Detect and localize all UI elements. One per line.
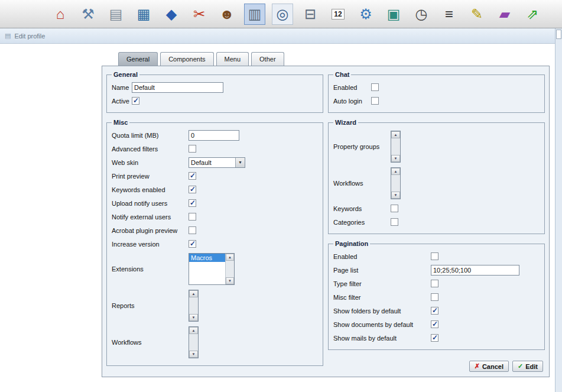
scroll-up-icon[interactable]: ▲ — [226, 254, 234, 261]
wizard-workflows-row: Workflows ▲ ▼ — [333, 165, 540, 202]
extensions-listbox[interactable]: Macros ▲ ▼ — [189, 253, 235, 285]
tools-icon[interactable]: ⚒ — [77, 4, 99, 25]
upload-notify-label: Upload notify users — [112, 200, 189, 207]
show-mails-checkbox[interactable] — [431, 334, 438, 342]
show-documents-label: Show documents by default — [333, 321, 431, 328]
settings-icon[interactable]: ⚙ — [355, 4, 376, 25]
toolbar: ⌂⚒▤▦◆✂☻▥◎⊟12⚙▣◷≡✎▰⇗ — [0, 0, 562, 28]
breadcrumb: ▤ Edit profile — [0, 28, 562, 44]
print-preview-checkbox[interactable] — [189, 172, 196, 180]
scroll-track[interactable] — [189, 334, 198, 351]
tab-components[interactable]: Components — [160, 52, 213, 66]
tab-menu[interactable]: Menu — [216, 52, 249, 66]
signature-pen-glyph: ✎ — [471, 7, 483, 21]
scroll-down-icon[interactable]: ▼ — [391, 155, 400, 162]
categories-row: Categories — [333, 215, 540, 229]
scroll-track[interactable] — [226, 261, 234, 277]
name-input[interactable] — [132, 82, 223, 93]
scroll-down-icon[interactable]: ▼ — [189, 351, 198, 358]
active-checkbox[interactable] — [132, 97, 139, 105]
tab-general[interactable]: General — [118, 52, 158, 66]
show-documents-checkbox[interactable] — [431, 320, 438, 328]
scroll-down-icon[interactable]: ▼ — [391, 192, 400, 199]
acrobat-checkbox[interactable] — [189, 226, 196, 234]
auto-login-checkbox[interactable] — [371, 97, 379, 105]
extensions-item[interactable]: Macros — [189, 254, 225, 262]
reports-listbox[interactable]: ▲ ▼ — [189, 290, 199, 322]
scroll-up-icon[interactable]: ▲ — [189, 290, 198, 297]
system-monitor-icon[interactable]: ▦ — [133, 4, 154, 25]
window-scrollbar[interactable] — [555, 28, 562, 392]
misc-filter-row: Misc filter — [333, 290, 540, 304]
print-preview-row: Print preview — [112, 169, 318, 183]
chevron-down-icon: ▼ — [235, 158, 245, 167]
wizard-legend: Wizard — [333, 119, 358, 126]
increase-version-checkbox[interactable] — [189, 240, 196, 248]
reports-scrollbar[interactable]: ▲ ▼ — [189, 290, 198, 321]
preview-document-icon[interactable]: ▤ — [105, 4, 126, 25]
folder-icon[interactable]: ▰ — [494, 4, 515, 25]
scroll-up-icon[interactable]: ▲ — [391, 131, 400, 138]
home-icon[interactable]: ⌂ — [50, 4, 71, 25]
show-folders-checkbox[interactable] — [431, 307, 438, 315]
auto-login-label: Auto login — [333, 98, 371, 105]
print-icon[interactable]: ⊟ — [300, 4, 321, 25]
build-diamond-icon[interactable]: ◆ — [161, 4, 182, 25]
categories-checkbox[interactable] — [391, 218, 398, 226]
users-icon[interactable]: ☻ — [216, 4, 238, 25]
upload-notify-checkbox[interactable] — [189, 199, 196, 207]
signature-pen-icon[interactable]: ✎ — [466, 4, 488, 25]
show-mails-label: Show mails by default — [333, 335, 431, 342]
scroll-track[interactable] — [391, 138, 400, 155]
extensions-scrollbar[interactable]: ▲ ▼ — [225, 254, 234, 284]
chat-enabled-row: Enabled — [333, 80, 540, 94]
scroll-up-icon[interactable]: ▲ — [391, 168, 400, 175]
advanced-filters-checkbox[interactable] — [189, 145, 196, 153]
scrollbar-thumb[interactable] — [556, 30, 561, 39]
advanced-filters-row: Advanced filters — [112, 142, 318, 155]
tab-other[interactable]: Other — [251, 52, 284, 66]
misc-workflows-scrollbar[interactable]: ▲ ▼ — [189, 327, 198, 358]
property-groups-scrollbar[interactable]: ▲ ▼ — [391, 131, 400, 162]
window-manager-icon[interactable]: ▣ — [383, 4, 404, 25]
chat-enabled-checkbox[interactable] — [371, 83, 379, 91]
web-skin-select[interactable]: Default ▼ — [189, 157, 245, 168]
misc-workflows-listbox[interactable]: ▲ ▼ — [189, 326, 199, 358]
app-window: ⌂⚒▤▦◆✂☻▥◎⊟12⚙▣◷≡✎▰⇗ ▤ Edit profile Gener… — [0, 0, 562, 392]
page-list-input[interactable] — [431, 265, 519, 276]
scroll-track[interactable] — [189, 297, 198, 314]
wizard-keywords-checkbox[interactable] — [391, 205, 398, 212]
general-legend: General — [112, 71, 139, 78]
pagination-enabled-checkbox[interactable] — [431, 252, 438, 260]
type-filter-checkbox[interactable] — [431, 280, 438, 287]
wizard-workflows-scrollbar[interactable]: ▲ ▼ — [391, 168, 400, 199]
misc-legend: Misc — [112, 119, 129, 126]
general-fieldset: General Name Active — [106, 71, 323, 113]
notify-external-checkbox[interactable] — [189, 213, 196, 221]
misc-filter-label: Misc filter — [333, 294, 431, 301]
misc-filter-checkbox[interactable] — [431, 293, 438, 301]
home-glyph: ⌂ — [56, 7, 65, 21]
cancel-button[interactable]: ✗ Cancel — [469, 361, 509, 372]
scroll-down-icon[interactable]: ▼ — [226, 277, 234, 284]
edit-label: Edit — [525, 363, 538, 370]
list-icon[interactable]: ≡ — [438, 4, 460, 25]
export-glyph: ⇗ — [527, 7, 538, 21]
scroll-up-icon[interactable]: ▲ — [189, 327, 198, 334]
quota-input[interactable] — [189, 130, 239, 141]
extensions-items: Macros — [189, 254, 225, 284]
cut-icon[interactable]: ✂ — [189, 4, 210, 25]
scroll-track[interactable] — [391, 175, 400, 192]
search-document-icon[interactable]: ◎ — [272, 4, 293, 25]
export-icon[interactable]: ⇗ — [522, 4, 543, 25]
wizard-workflows-listbox[interactable]: ▲ ▼ — [391, 167, 401, 199]
property-groups-listbox[interactable]: ▲ ▼ — [391, 131, 401, 163]
scheduler-icon[interactable]: ◷ — [411, 4, 432, 25]
edit-button[interactable]: ✓ Edit — [512, 361, 543, 372]
keywords-enabled-checkbox[interactable] — [189, 186, 196, 193]
scroll-down-icon[interactable]: ▼ — [189, 314, 198, 321]
profiles-icon[interactable]: ▥ — [244, 4, 265, 25]
calendar-icon[interactable]: 12 — [327, 4, 349, 25]
wizard-workflows-label: Workflows — [333, 180, 391, 187]
wizard-keywords-label: Keywords — [333, 205, 391, 212]
